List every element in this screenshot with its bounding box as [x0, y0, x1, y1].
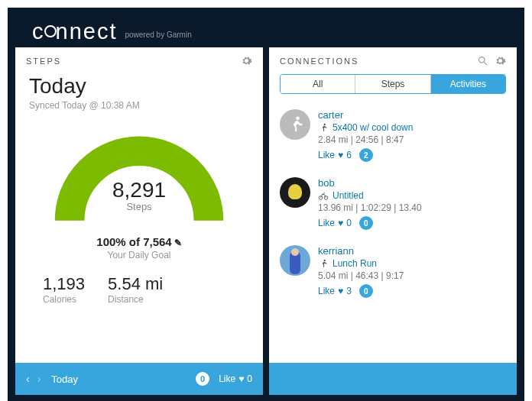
comments-badge[interactable]: 0 — [196, 372, 209, 386]
edit-icon[interactable]: ✎ — [174, 238, 182, 248]
tab-steps[interactable]: Steps — [355, 75, 430, 93]
calories-stat: 1,193 Calories — [43, 274, 85, 305]
svg-point-6 — [324, 260, 326, 261]
heart-icon: ♥ — [338, 150, 343, 160]
svg-point-5 — [324, 196, 328, 200]
step-count: 8,291 — [51, 178, 227, 202]
goal-progress: 100% of 7,564✎ — [29, 235, 249, 248]
activity-name[interactable]: Untitled — [332, 190, 364, 201]
steps-panel-title: STEPS — [26, 57, 61, 66]
brand-logo: cnnect — [32, 19, 117, 44]
feed-item: bob Untitled 13.96 mi | 1:02:29 | 13.40 … — [280, 170, 506, 238]
tab-all[interactable]: All — [281, 75, 355, 93]
activity-stats: 5.04 mi | 46:43 | 9:17 — [318, 270, 506, 281]
connections-footer — [269, 363, 517, 395]
svg-point-2 — [296, 117, 300, 121]
activity-stats: 2.84 mi | 24:56 | 8:47 — [318, 134, 506, 145]
powered-by: powered by Garmin — [125, 31, 191, 39]
tab-activities[interactable]: Activities — [431, 75, 505, 93]
user-name[interactable]: kerriann — [318, 245, 506, 257]
prev-day-icon[interactable]: ‹ — [26, 373, 30, 385]
avatar[interactable] — [280, 177, 310, 208]
avatar[interactable] — [280, 109, 310, 140]
svg-line-1 — [484, 62, 487, 65]
like-button[interactable]: Like♥6 — [318, 150, 352, 160]
steps-gauge: 8,291 Steps 100% of 7,564✎ Your Daily Go… — [29, 134, 249, 260]
svg-point-0 — [479, 57, 485, 63]
gear-icon[interactable] — [241, 55, 252, 66]
comments-badge[interactable]: 0 — [359, 284, 373, 298]
goal-label: Your Daily Goal — [29, 250, 249, 260]
activity-name[interactable]: Lunch Run — [332, 258, 377, 269]
step-count-label: Steps — [51, 201, 227, 212]
search-icon[interactable] — [477, 55, 488, 66]
gear-icon[interactable] — [495, 55, 506, 66]
like-button[interactable]: Like♥3 — [318, 286, 352, 296]
comments-badge[interactable]: 0 — [359, 216, 373, 230]
heart-icon: ♥ — [238, 374, 244, 384]
heart-icon: ♥ — [338, 286, 343, 296]
svg-point-4 — [319, 196, 323, 200]
next-day-icon[interactable]: › — [37, 373, 41, 385]
connections-panel-title: CONNECTIONS — [280, 57, 358, 66]
avatar[interactable] — [280, 245, 310, 276]
steps-footer: ‹ › Today 0 Like♥0 — [15, 363, 263, 395]
feed-item: kerriann Lunch Run 5.04 mi | 46:43 | 9:1… — [280, 238, 506, 306]
like-button[interactable]: Like♥0 — [219, 374, 252, 384]
activity-stats: 13.96 mi | 1:02:29 | 13.40 — [318, 202, 506, 213]
app-header: cnnect powered by Garmin — [15, 15, 517, 47]
svg-point-3 — [324, 124, 326, 125]
user-name[interactable]: bob — [318, 177, 506, 189]
like-button[interactable]: Like♥0 — [318, 218, 352, 228]
comments-badge[interactable]: 2 — [359, 148, 373, 162]
run-icon — [318, 258, 329, 269]
footer-date: Today — [51, 374, 78, 385]
activity-feed: carter 5x400 w/ cool down 2.84 mi | 24:5… — [269, 102, 517, 363]
connections-tabs: All Steps Activities — [280, 74, 506, 94]
steps-heading: Today — [29, 74, 249, 99]
steps-panel: STEPS Today Synced Today @ 10:38 AM — [15, 47, 263, 395]
sync-status: Synced Today @ 10:38 AM — [29, 100, 249, 111]
feed-item: carter 5x400 w/ cool down 2.84 mi | 24:5… — [280, 102, 506, 170]
user-name[interactable]: carter — [318, 109, 506, 121]
bike-icon — [318, 190, 329, 201]
heart-icon: ♥ — [338, 218, 343, 228]
distance-stat: 5.54 mi Distance — [108, 274, 163, 305]
activity-name[interactable]: 5x400 w/ cool down — [332, 122, 413, 133]
connections-panel: CONNECTIONS All Steps Activities — [269, 47, 517, 395]
run-icon — [318, 122, 329, 133]
